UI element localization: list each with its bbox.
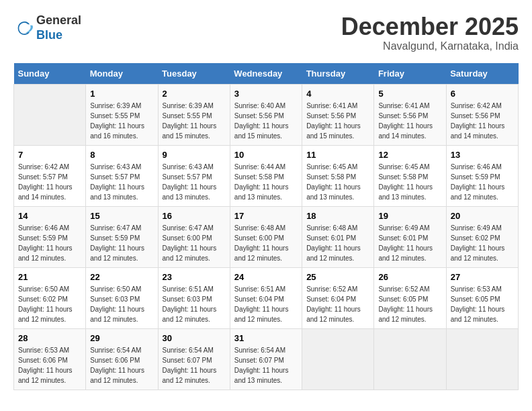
calendar-cell: 23Sunrise: 6:51 AMSunset: 6:03 PMDayligh… bbox=[158, 267, 230, 328]
page-header: General Blue December 2025 Navalgund, Ka… bbox=[13, 13, 519, 52]
day-number: 6 bbox=[451, 89, 514, 99]
calendar-cell: 2Sunrise: 6:39 AMSunset: 5:55 PMDaylight… bbox=[158, 84, 230, 145]
day-number: 5 bbox=[378, 89, 441, 99]
day-info: Sunrise: 6:43 AMSunset: 5:57 PMDaylight:… bbox=[163, 162, 226, 202]
calendar-cell: 5Sunrise: 6:41 AMSunset: 5:56 PMDaylight… bbox=[374, 84, 446, 145]
calendar-cell: 8Sunrise: 6:43 AMSunset: 5:57 PMDaylight… bbox=[86, 145, 158, 206]
week-row-2: 7Sunrise: 6:42 AMSunset: 5:57 PMDaylight… bbox=[14, 145, 519, 206]
calendar-cell: 7Sunrise: 6:42 AMSunset: 5:57 PMDaylight… bbox=[14, 145, 86, 206]
day-info: Sunrise: 6:51 AMSunset: 6:04 PMDaylight:… bbox=[234, 284, 298, 324]
logo: General Blue bbox=[13, 13, 81, 42]
day-number: 17 bbox=[234, 211, 298, 221]
calendar-cell: 28Sunrise: 6:53 AMSunset: 6:06 PMDayligh… bbox=[14, 328, 86, 390]
week-row-5: 28Sunrise: 6:53 AMSunset: 6:06 PMDayligh… bbox=[14, 328, 519, 390]
day-number: 8 bbox=[90, 150, 153, 160]
calendar-cell: 17Sunrise: 6:48 AMSunset: 6:00 PMDayligh… bbox=[230, 206, 302, 267]
day-info: Sunrise: 6:46 AMSunset: 5:59 PMDaylight:… bbox=[18, 223, 81, 263]
day-number: 3 bbox=[234, 89, 298, 99]
day-info: Sunrise: 6:53 AMSunset: 6:05 PMDaylight:… bbox=[451, 284, 514, 324]
day-info: Sunrise: 6:42 AMSunset: 5:57 PMDaylight:… bbox=[18, 162, 81, 202]
calendar-cell: 18Sunrise: 6:48 AMSunset: 6:01 PMDayligh… bbox=[302, 206, 374, 267]
calendar-cell: 4Sunrise: 6:41 AMSunset: 5:56 PMDaylight… bbox=[302, 84, 374, 145]
calendar-body: 1Sunrise: 6:39 AMSunset: 5:55 PMDaylight… bbox=[14, 84, 519, 390]
calendar-cell bbox=[302, 328, 374, 390]
day-number: 22 bbox=[90, 272, 153, 282]
day-info: Sunrise: 6:45 AMSunset: 5:58 PMDaylight:… bbox=[306, 162, 369, 202]
day-info: Sunrise: 6:51 AMSunset: 6:03 PMDaylight:… bbox=[163, 284, 226, 324]
day-info: Sunrise: 6:47 AMSunset: 5:59 PMDaylight:… bbox=[90, 223, 153, 263]
title-section: December 2025 Navalgund, Karnataka, Indi… bbox=[341, 13, 519, 52]
day-number: 2 bbox=[163, 89, 226, 99]
day-number: 23 bbox=[163, 272, 226, 282]
day-info: Sunrise: 6:50 AMSunset: 6:02 PMDaylight:… bbox=[18, 284, 81, 324]
day-header-saturday: Saturday bbox=[446, 63, 518, 85]
logo-icon bbox=[13, 18, 34, 38]
day-number: 16 bbox=[163, 211, 226, 221]
day-info: Sunrise: 6:47 AMSunset: 6:00 PMDaylight:… bbox=[163, 223, 226, 263]
calendar-cell: 26Sunrise: 6:52 AMSunset: 6:05 PMDayligh… bbox=[374, 267, 446, 328]
day-info: Sunrise: 6:53 AMSunset: 6:06 PMDaylight:… bbox=[18, 345, 81, 385]
calendar-cell: 16Sunrise: 6:47 AMSunset: 6:00 PMDayligh… bbox=[158, 206, 230, 267]
day-number: 1 bbox=[90, 89, 153, 99]
month-title: December 2025 bbox=[341, 13, 519, 40]
calendar-cell: 27Sunrise: 6:53 AMSunset: 6:05 PMDayligh… bbox=[446, 267, 518, 328]
day-info: Sunrise: 6:45 AMSunset: 5:58 PMDaylight:… bbox=[378, 162, 441, 202]
calendar-cell: 19Sunrise: 6:49 AMSunset: 6:01 PMDayligh… bbox=[374, 206, 446, 267]
calendar-cell bbox=[374, 328, 446, 390]
day-number: 28 bbox=[18, 333, 81, 343]
day-info: Sunrise: 6:54 AMSunset: 6:07 PMDaylight:… bbox=[234, 345, 298, 385]
calendar-cell: 29Sunrise: 6:54 AMSunset: 6:06 PMDayligh… bbox=[86, 328, 158, 390]
day-info: Sunrise: 6:44 AMSunset: 5:58 PMDaylight:… bbox=[234, 162, 298, 202]
calendar-cell: 3Sunrise: 6:40 AMSunset: 5:56 PMDaylight… bbox=[230, 84, 302, 145]
days-of-week-row: SundayMondayTuesdayWednesdayThursdayFrid… bbox=[14, 63, 519, 85]
day-header-sunday: Sunday bbox=[14, 63, 86, 85]
day-info: Sunrise: 6:42 AMSunset: 5:56 PMDaylight:… bbox=[451, 101, 514, 141]
day-number: 30 bbox=[163, 333, 226, 343]
calendar-cell: 15Sunrise: 6:47 AMSunset: 5:59 PMDayligh… bbox=[86, 206, 158, 267]
day-info: Sunrise: 6:43 AMSunset: 5:57 PMDaylight:… bbox=[90, 162, 153, 202]
day-info: Sunrise: 6:49 AMSunset: 6:01 PMDaylight:… bbox=[378, 223, 441, 263]
day-header-tuesday: Tuesday bbox=[158, 63, 230, 85]
day-info: Sunrise: 6:41 AMSunset: 5:56 PMDaylight:… bbox=[306, 101, 369, 141]
day-number: 14 bbox=[18, 211, 81, 221]
day-info: Sunrise: 6:54 AMSunset: 6:07 PMDaylight:… bbox=[163, 345, 226, 385]
day-number: 9 bbox=[163, 150, 226, 160]
day-info: Sunrise: 6:52 AMSunset: 6:04 PMDaylight:… bbox=[306, 284, 369, 324]
day-number: 7 bbox=[18, 150, 81, 160]
day-header-monday: Monday bbox=[86, 63, 158, 85]
calendar-cell: 24Sunrise: 6:51 AMSunset: 6:04 PMDayligh… bbox=[230, 267, 302, 328]
day-number: 20 bbox=[451, 211, 514, 221]
week-row-3: 14Sunrise: 6:46 AMSunset: 5:59 PMDayligh… bbox=[14, 206, 519, 267]
calendar-cell: 20Sunrise: 6:49 AMSunset: 6:02 PMDayligh… bbox=[446, 206, 518, 267]
day-info: Sunrise: 6:48 AMSunset: 6:01 PMDaylight:… bbox=[306, 223, 369, 263]
logo-text: General Blue bbox=[36, 13, 81, 42]
calendar-cell: 30Sunrise: 6:54 AMSunset: 6:07 PMDayligh… bbox=[158, 328, 230, 390]
day-number: 10 bbox=[234, 150, 298, 160]
day-number: 21 bbox=[18, 272, 81, 282]
calendar-cell: 21Sunrise: 6:50 AMSunset: 6:02 PMDayligh… bbox=[14, 267, 86, 328]
calendar-cell: 1Sunrise: 6:39 AMSunset: 5:55 PMDaylight… bbox=[86, 84, 158, 145]
calendar-cell bbox=[14, 84, 86, 145]
calendar-cell: 6Sunrise: 6:42 AMSunset: 5:56 PMDaylight… bbox=[446, 84, 518, 145]
day-info: Sunrise: 6:40 AMSunset: 5:56 PMDaylight:… bbox=[234, 101, 298, 141]
week-row-1: 1Sunrise: 6:39 AMSunset: 5:55 PMDaylight… bbox=[14, 84, 519, 145]
calendar-cell: 10Sunrise: 6:44 AMSunset: 5:58 PMDayligh… bbox=[230, 145, 302, 206]
location-title: Navalgund, Karnataka, India bbox=[341, 40, 519, 52]
day-info: Sunrise: 6:39 AMSunset: 5:55 PMDaylight:… bbox=[90, 101, 153, 141]
day-number: 29 bbox=[90, 333, 153, 343]
day-info: Sunrise: 6:50 AMSunset: 6:03 PMDaylight:… bbox=[90, 284, 153, 324]
calendar-cell: 13Sunrise: 6:46 AMSunset: 5:59 PMDayligh… bbox=[446, 145, 518, 206]
day-info: Sunrise: 6:49 AMSunset: 6:02 PMDaylight:… bbox=[451, 223, 514, 263]
calendar-table: SundayMondayTuesdayWednesdayThursdayFrid… bbox=[13, 63, 519, 390]
calendar-cell: 22Sunrise: 6:50 AMSunset: 6:03 PMDayligh… bbox=[86, 267, 158, 328]
calendar-cell: 25Sunrise: 6:52 AMSunset: 6:04 PMDayligh… bbox=[302, 267, 374, 328]
calendar-cell bbox=[446, 328, 518, 390]
week-row-4: 21Sunrise: 6:50 AMSunset: 6:02 PMDayligh… bbox=[14, 267, 519, 328]
day-info: Sunrise: 6:46 AMSunset: 5:59 PMDaylight:… bbox=[451, 162, 514, 202]
day-number: 19 bbox=[378, 211, 441, 221]
day-info: Sunrise: 6:48 AMSunset: 6:00 PMDaylight:… bbox=[234, 223, 298, 263]
day-header-thursday: Thursday bbox=[302, 63, 374, 85]
day-number: 27 bbox=[451, 272, 514, 282]
day-number: 13 bbox=[451, 150, 514, 160]
calendar-cell: 9Sunrise: 6:43 AMSunset: 5:57 PMDaylight… bbox=[158, 145, 230, 206]
